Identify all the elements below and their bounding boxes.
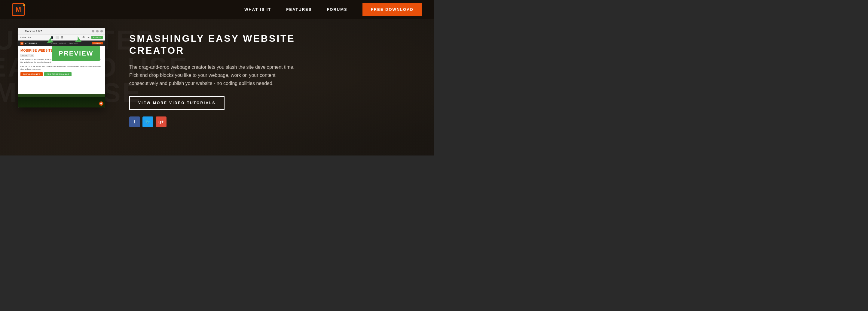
nav-link-forums[interactable]: FORUMS (327, 7, 347, 12)
logo[interactable]: M ✳ (12, 3, 25, 16)
publish-button[interactable]: Publish (91, 36, 103, 39)
google-plus-icon[interactable]: g+ (156, 116, 166, 127)
main-heading: SMASHINGLY EASY WEBSITE CREATOR (129, 32, 298, 57)
toolbar-right: 👁 ☁ Publish (82, 36, 103, 39)
toolbar-left: index.html (21, 36, 31, 39)
main-heading-line1: SMASHINGLY EASY WEBSITE (129, 33, 295, 44)
inner-font-select: Roboto (21, 54, 29, 57)
window-close-btn[interactable] (100, 30, 103, 32)
tablet-device-icon[interactable]: ⬜ (55, 36, 59, 39)
window-maximize-btn[interactable] (96, 30, 99, 32)
window-minimize-btn[interactable] (92, 30, 94, 32)
facebook-label: f (134, 119, 135, 125)
twitter-label: 🐦 (145, 119, 151, 125)
inner-brand: MOBIRISE (25, 42, 37, 44)
inner-logo-area: M MOBIRISE (21, 42, 37, 45)
free-download-button[interactable]: FREE DOWNLOAD (363, 3, 422, 16)
inner-buttons: DOWNLOAD NOW FOR WINDOWS & MAC (21, 72, 103, 76)
main-content: ☰ Mobirise 2.8.7 index.html 📱 ⬜ 🖥 (0, 19, 434, 156)
app-toolbar: index.html 📱 ⬜ 🖥 👁 ☁ Publish (18, 35, 105, 40)
nav-links: WHAT IS IT FEATURES FORUMS FREE DOWNLOAD (244, 3, 422, 16)
screenshot-container: ☰ Mobirise 2.8.7 index.html 📱 ⬜ 🖥 (18, 28, 105, 107)
app-window: ☰ Mobirise 2.8.7 index.html 📱 ⬜ 🖥 (18, 28, 105, 107)
inner-logo-icon: M (21, 42, 24, 45)
add-block-button[interactable]: + (99, 101, 103, 106)
video-tutorials-button[interactable]: VIEW MORE VIDEO TUTORIALS (129, 96, 224, 110)
titlebar-left: ☰ Mobirise 2.8.7 (21, 29, 42, 33)
main-description: The drag-and-drop webpage creator lets y… (129, 63, 304, 88)
logo-letter: M (16, 6, 21, 13)
preview-badge: PREVIEW (52, 46, 100, 61)
main-heading-line2: CREATOR (129, 45, 184, 56)
titlebar-right (92, 30, 103, 32)
inner-navbar: M MOBIRISE HOME ABOUT CONTACT PUBLISH (18, 40, 105, 46)
nav-link-features[interactable]: FEATURES (286, 7, 312, 12)
desktop-device-icon[interactable]: 🖥 (60, 36, 63, 39)
inner-nav-about: ABOUT (60, 42, 66, 44)
file-name: index.html (21, 36, 31, 39)
right-content: SMASHINGLY EASY WEBSITE CREATOR The drag… (123, 25, 422, 127)
twitter-icon[interactable]: 🐦 (143, 116, 153, 127)
facebook-icon[interactable]: f (129, 116, 140, 127)
inner-download-btn: DOWNLOAD NOW (21, 72, 43, 76)
logo-icon: M ✳ (12, 3, 25, 16)
navbar: M ✳ WHAT IS IT FEATURES FORUMS FREE DOWN… (0, 0, 434, 19)
inner-publish-btn: PUBLISH (92, 42, 103, 44)
inner-font-size: 21 (29, 54, 34, 57)
cloud-icon: ☁ (87, 36, 90, 39)
logo-spark-icon: ✳ (22, 3, 26, 7)
inner-windows-mac-btn: FOR WINDOWS & MAC (44, 72, 71, 76)
app-titlebar: ☰ Mobirise 2.8.7 (18, 28, 105, 35)
nav-link-what-is-it[interactable]: WHAT IS IT (244, 7, 271, 12)
inner-footer-image: ▼ + (18, 94, 105, 107)
google-plus-label: g+ (158, 119, 164, 125)
hamburger-icon[interactable]: ☰ (21, 29, 23, 33)
titlebar-title: Mobirise 2.8.7 (25, 30, 42, 33)
social-icons: f 🐦 g+ (129, 116, 422, 127)
footer-trees (18, 97, 105, 107)
inner-text-2: Click red "+" in the bottom right corner… (21, 65, 103, 71)
